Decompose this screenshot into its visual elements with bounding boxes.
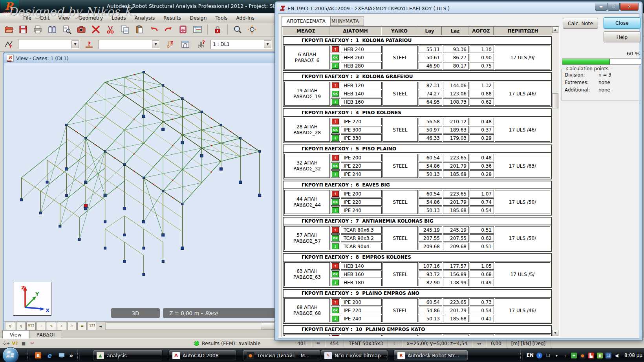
section-cell[interactable]: IPE 300	[341, 126, 382, 133]
section-cell[interactable]: HEB 160	[341, 271, 382, 278]
menu-add-ins[interactable]: Add-Ins	[232, 14, 259, 22]
calculator-icon[interactable]	[177, 23, 189, 36]
overflow-chevron-icon[interactable]: »	[69, 352, 73, 359]
scroll-up-icon[interactable]: ▲	[552, 27, 558, 33]
section-cell[interactable]: IPE 200	[341, 190, 382, 197]
column-header[interactable]: Laz	[442, 27, 468, 35]
redo-icon[interactable]	[162, 23, 175, 36]
section-cell[interactable]: IPE 220	[341, 307, 382, 314]
column-header[interactable]: ΛΟΓΟΣ	[468, 27, 494, 35]
paste-icon[interactable]	[133, 23, 146, 36]
help-icon[interactable]: ?	[536, 353, 542, 358]
local-axes-icon[interactable]: ∠	[57, 322, 66, 330]
section-cell[interactable]: HEB 280	[341, 62, 382, 69]
section-cell[interactable]: TCAR 90x3.2	[341, 234, 382, 242]
bar-symbols-icon[interactable]: η	[16, 322, 26, 330]
section-cell[interactable]: IPE 270	[341, 118, 382, 125]
expand-icon[interactable]: ▾	[554, 353, 560, 358]
start-button[interactable]	[2, 347, 19, 362]
close-button[interactable]: Close	[604, 17, 640, 29]
section-cell[interactable]: HEB 160	[341, 98, 382, 106]
menu-view[interactable]: View	[54, 14, 74, 22]
browser-orange-small-icon[interactable]: ●	[580, 353, 585, 358]
member-cell[interactable]: 57 ΑΠΛΗΡΑΒΔΟΣ_57	[284, 226, 330, 250]
hand-pointer-icon[interactable]: ?	[163, 38, 176, 51]
screen-capture-icon[interactable]	[60, 23, 73, 36]
member-cell[interactable]: 68 ΑΠΛΗΡΑΒΔΟΣ_68	[284, 298, 330, 322]
group-header[interactable]: ΓΚΡΟΥΠ ΕΛΕΓΧΟΥ : 10 PLAINO EMPROS KATO	[284, 326, 551, 334]
group-header[interactable]: ΓΚΡΟΥΠ ΕΛΕΓΧΟΥ : 3 KOLONA GRAFEIOU	[284, 73, 551, 81]
save-icon[interactable]	[17, 23, 29, 36]
section-cell[interactable]: HEB 120	[341, 82, 382, 89]
sections-shape-icon[interactable]: ▬	[77, 322, 87, 330]
supports-icon[interactable]: ?	[195, 38, 207, 51]
column-header[interactable]: ΜΕΛΟΣ	[282, 27, 329, 35]
results-indicator[interactable]: Results (FEM): available	[194, 340, 260, 346]
section-selection-combo[interactable]: ▼	[99, 40, 160, 49]
menu-results[interactable]: Results	[159, 14, 185, 22]
chevron-icon[interactable]: ‹	[562, 353, 568, 358]
column-header[interactable]: ΠΕΡΙΠΤΩΣΗ	[494, 27, 552, 35]
lock-icon[interactable]	[211, 23, 224, 36]
group-header[interactable]: ΓΚΡΟΥΠ ΕΛΕΓΧΟΥ : 7 ANTIANEMIA KOLONAS BI…	[284, 218, 551, 225]
section-cell[interactable]: IPE 220	[341, 198, 382, 206]
group-header[interactable]: ΓΚΡΟΥΠ ΕΛΕΓΧΟΥ : 9 PLAINO EMPROS ANO	[284, 290, 551, 298]
scroll-down-icon[interactable]: ▼	[552, 330, 558, 336]
menu-loads[interactable]: Loads	[107, 14, 130, 22]
chevron-down-icon[interactable]: ▼	[264, 40, 271, 48]
app-red-icon[interactable]: ▙	[588, 353, 594, 358]
chevron-down-icon[interactable]: ▼	[152, 40, 159, 48]
print-icon[interactable]	[31, 23, 44, 36]
column-header[interactable]: Lay	[417, 27, 442, 35]
member-cell[interactable]: 6 ΑΠΛΗΡΑΒΔΟΣ_6	[284, 46, 330, 69]
section-cell[interactable]: HEB 260	[341, 54, 382, 61]
group-header[interactable]: ΓΚΡΟΥΠ ΕΛΕΓΧΟΥ : 1 KOLONA PATARIOU	[284, 37, 551, 45]
section-cell[interactable]: HEB 240	[341, 46, 382, 53]
maximize-button[interactable]: ❐	[607, 3, 620, 11]
panels-display-icon[interactable]: ▱	[67, 322, 77, 330]
chevron-down-icon[interactable]: ▼	[71, 40, 79, 48]
taskbar-button[interactable]: ▲analysis	[93, 350, 163, 361]
section-cell[interactable]: IPE 220	[341, 162, 382, 170]
section-cell[interactable]: HEB 140	[341, 90, 382, 97]
menu-geometry[interactable]: Geometry	[74, 14, 107, 22]
vscroll-thumb[interactable]	[552, 93, 558, 108]
section-cell[interactable]: HEB 140	[341, 335, 382, 336]
clock[interactable]: 8:08 μμ	[624, 353, 642, 358]
copy-icon[interactable]	[119, 23, 131, 36]
calc-spreadsheet-icon[interactable]	[191, 23, 204, 36]
section-cell[interactable]: IPE 200	[341, 154, 382, 161]
section-cell[interactable]: HEB 140	[341, 262, 382, 270]
menu-design[interactable]: Design	[185, 14, 211, 22]
section-cell[interactable]: IPE 240	[341, 170, 382, 178]
window-icon[interactable]: ❐	[545, 353, 551, 358]
display-grid-icon[interactable]: ▦	[20, 340, 27, 347]
network-icon[interactable]: ❏	[606, 353, 611, 358]
member-cell[interactable]: 44 ΑΠΛΗΡΑΒΔΟΣ_44	[284, 190, 330, 214]
bar-selection-icon[interactable]: ?	[2, 38, 15, 51]
section-cell[interactable]: IPE 240	[341, 315, 382, 322]
taskbar-button[interactable]: AAutoCAD 2008	[168, 350, 236, 361]
volume-icon[interactable]: ◀)	[614, 353, 620, 358]
column-header[interactable]: ΥΛΙΚΟ	[381, 27, 417, 35]
open-icon[interactable]	[2, 23, 15, 36]
section-cell[interactable]: IPE 240	[341, 207, 382, 214]
messenger-green-icon[interactable]: ✦	[571, 353, 577, 358]
vertical-scrollbar[interactable]: ▲ ▼	[552, 27, 559, 336]
language-indicator[interactable]: EN	[527, 353, 534, 358]
dialog-titlebar[interactable]: EN 1993-1:2005/AC:2009 - ΣΧΕΔΙΑΣΜΟΥ ΓΚΡΟ…	[276, 3, 641, 13]
section-cell[interactable]: TCAR 90x4	[341, 243, 382, 250]
verify-icon[interactable]: V?	[11, 340, 19, 347]
scroll-left-icon[interactable]: ◄	[99, 324, 102, 328]
view-manager-icon[interactable]	[179, 38, 192, 51]
menu-edit[interactable]: Edit	[36, 14, 54, 22]
cut-icon[interactable]	[104, 23, 117, 36]
section-cell[interactable]: HEB 180	[341, 279, 382, 286]
delete-icon[interactable]	[90, 23, 102, 36]
help-button[interactable]: Help	[604, 31, 640, 42]
sketch-mode-icon[interactable]: ✎	[47, 322, 56, 330]
calc-note-button[interactable]: Calc. Note	[563, 18, 598, 29]
zoom-icon[interactable]	[231, 23, 244, 36]
member-cell[interactable]: 63 ΑΠΛΗΡΑΒΔΟΣ_63	[284, 262, 330, 286]
select-nodes-icon[interactable]: ⁘+	[2, 340, 10, 347]
